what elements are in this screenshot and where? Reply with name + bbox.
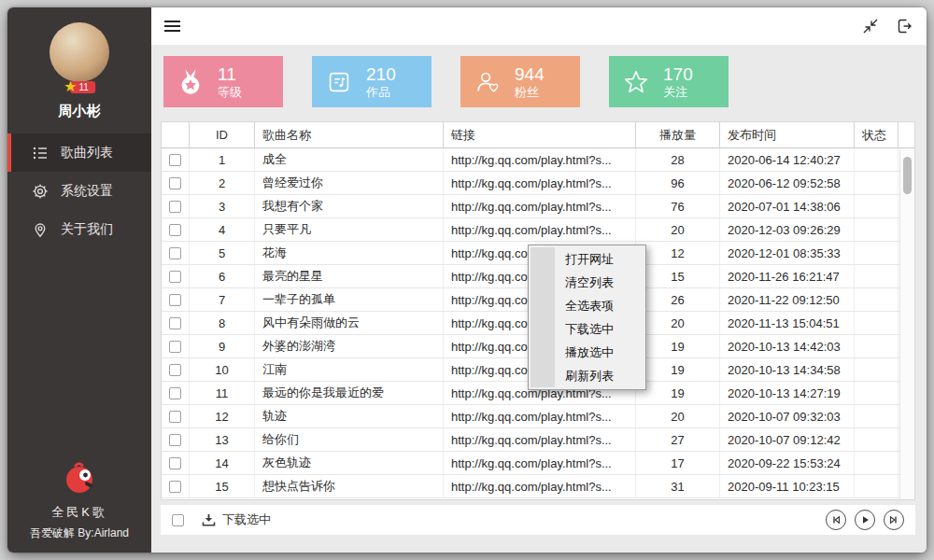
topbar [151,7,927,45]
row-checkbox[interactable] [169,154,181,166]
context-menu-item[interactable]: 刷新列表 [531,364,644,387]
player-controls [826,510,904,530]
table-row[interactable]: 12 轨迹 http://kg.qq.com/play.html?s... 20… [162,405,914,428]
header-publish-time: 发布时间 [720,122,855,147]
download-selected-label: 下载选中 [222,511,271,528]
hamburger-menu-icon[interactable] [164,18,180,35]
download-selected-button[interactable]: 下载选中 [201,511,271,528]
row-checkbox[interactable] [169,271,181,283]
row-id: 12 [190,405,255,427]
row-publish-time: 2020-10-13 14:27:19 [720,382,855,404]
row-plays: 96 [636,172,720,194]
sidebar-item-label: 系统设置 [61,183,113,200]
row-checkbox[interactable] [169,317,181,329]
table-row[interactable]: 13 给你们 http://kg.qq.com/play.html?s... 2… [162,428,914,452]
context-menu-item[interactable]: 下载选中 [531,317,644,341]
table-scrollbar[interactable] [899,149,914,499]
row-status [855,312,899,334]
context-menu-item-label: 播放选中 [565,344,614,361]
row-status [855,172,899,194]
gear-icon [32,183,49,200]
table-row[interactable]: 1 成全 http://kg.qq.com/play.html?s... 28 … [162,148,914,172]
row-id: 8 [190,312,255,334]
row-publish-time: 2020-12-03 09:26:29 [720,218,855,241]
row-checkbox[interactable] [169,364,181,376]
row-publish-time: 2020-09-11 10:23:15 [720,475,855,497]
row-publish-time: 2020-09-22 15:53:24 [720,452,855,474]
medal-icon [176,67,205,97]
download-icon [201,512,217,528]
row-publish-time: 2020-07-01 14:38:06 [720,195,855,217]
row-checkbox[interactable] [169,294,181,306]
row-checkbox[interactable] [169,177,181,189]
exit-icon[interactable] [895,17,913,35]
row-status [855,242,899,264]
table-row[interactable]: 4 只要平凡 http://kg.qq.com/play.html?s... 2… [162,218,914,242]
table-row[interactable]: 2 曾经爱过你 http://kg.qq.com/play.html?s... … [162,172,914,195]
row-link: http://kg.qq.com/play.html?s... [444,195,636,217]
row-status [855,265,899,287]
row-checkbox[interactable] [169,224,181,236]
stat-card-works: 210 作品 [312,56,432,107]
row-checkbox[interactable] [169,411,181,423]
row-status [855,452,899,474]
row-checkbox[interactable] [169,247,181,259]
context-menu-item[interactable]: 全选表项 [531,294,644,317]
row-id: 9 [190,335,255,357]
row-song-name: 外婆的澎湖湾 [255,335,444,357]
level-badge: ★ 11 [64,80,95,93]
row-plays: 26 [636,288,720,311]
row-checkbox[interactable] [169,434,181,446]
context-menu-items: 打开网址 清空列表 全选表项 下载选中 播放选中 刷新列表 [531,247,644,387]
row-id: 6 [190,265,255,287]
play-button[interactable] [855,510,875,530]
row-id: 15 [190,475,255,497]
row-publish-time: 2020-10-07 09:32:03 [720,405,855,427]
row-plays: 20 [636,312,720,334]
table-row[interactable]: 15 想快点告诉你 http://kg.qq.com/play.html?s..… [162,475,914,498]
row-plays: 15 [636,265,720,287]
star-icon [621,67,651,97]
row-song-name: 我想有个家 [255,195,444,217]
collapse-window-icon[interactable] [861,17,880,35]
table-row[interactable]: 3 我想有个家 http://kg.qq.com/play.html?s... … [162,195,914,218]
row-song-name: 想快点告诉你 [255,475,444,497]
previous-track-button[interactable] [826,510,846,530]
row-checkbox[interactable] [169,457,181,469]
context-menu-item[interactable]: 播放选中 [531,341,644,364]
header-plays: 播放量 [636,122,720,147]
location-pin-icon [32,221,49,238]
row-plays: 20 [636,405,720,427]
app-title: 全民K歌 [30,504,129,521]
sidebar-item-about[interactable]: 关于我们 [7,210,151,248]
context-menu-item-label: 下载选中 [565,321,614,338]
stat-card-level: 11 等级 [163,56,283,107]
context-menu-item-label: 清空列表 [565,274,614,291]
stats-row: 11 等级 210 作品 944 粉丝 [163,56,927,107]
row-status [855,218,899,241]
row-link: http://kg.qq.com/play.html?s... [444,218,636,241]
row-checkbox[interactable] [169,481,181,493]
context-menu-item[interactable]: 清空列表 [531,271,644,294]
row-status [855,195,899,217]
scrollbar-thumb[interactable] [903,157,912,194]
row-checkbox[interactable] [169,201,181,213]
row-status [855,335,899,357]
row-checkbox[interactable] [169,387,181,399]
table-row[interactable]: 14 灰色轨迹 http://kg.qq.com/play.html?s... … [162,452,914,475]
next-track-button[interactable] [884,510,904,530]
context-menu-item-label: 刷新列表 [565,368,614,385]
row-id: 14 [190,452,255,474]
row-id: 10 [190,358,255,381]
sidebar-item-settings[interactable]: 系统设置 [7,172,151,210]
row-id: 11 [190,382,255,404]
header-id: ID [190,122,255,147]
avatar[interactable]: ★ 11 [49,22,110,93]
list-icon [32,145,49,161]
row-song-name: 成全 [255,148,444,171]
row-checkbox[interactable] [169,341,181,353]
row-song-name: 一辈子的孤单 [255,288,444,311]
context-menu-item[interactable]: 打开网址 [531,247,644,271]
select-all-checkbox[interactable] [172,514,184,526]
sidebar-item-song-list[interactable]: 歌曲列表 [7,133,151,172]
